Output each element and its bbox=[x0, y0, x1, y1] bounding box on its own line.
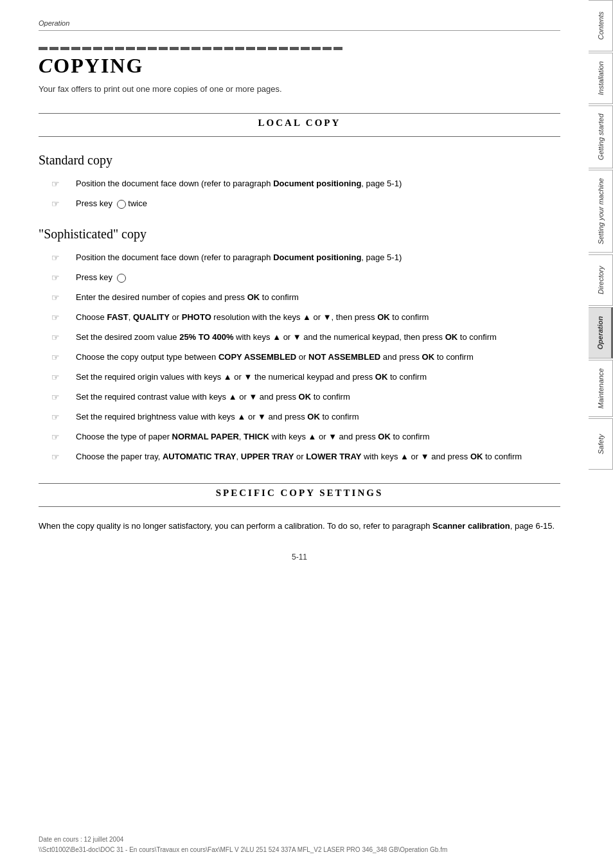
list-item: Set the required origin values with keys… bbox=[51, 371, 560, 384]
standard-copy-list: Position the document face down (refer t… bbox=[51, 177, 560, 211]
header-section: Operation bbox=[39, 0, 560, 31]
list-item: Set the required contrast value with key… bbox=[51, 391, 560, 404]
list-item: Position the document face down (refer t… bbox=[51, 251, 560, 265]
instruction-text: Set the required origin values with keys… bbox=[76, 371, 560, 384]
instruction-text: Press key twice bbox=[76, 197, 560, 210]
dash-block bbox=[49, 47, 58, 50]
bold-text: UPPER TRAY bbox=[241, 452, 294, 461]
subtitle-text: Your fax offers to print out one more co… bbox=[39, 84, 560, 94]
list-item: Press key twice bbox=[51, 197, 560, 211]
sidebar-tab-getting-started[interactable]: Getting started bbox=[589, 105, 613, 168]
instruction-text: Choose the type of paper NORMAL PAPER, T… bbox=[76, 430, 560, 443]
ref-icon bbox=[51, 430, 71, 444]
dashed-decoration bbox=[39, 44, 560, 50]
sidebar-tab-label: Maintenance bbox=[597, 368, 605, 409]
copy-icon bbox=[117, 274, 126, 283]
bold-text: OK bbox=[247, 292, 260, 302]
ref-icon bbox=[51, 197, 71, 211]
sidebar-tab-label: Getting started bbox=[597, 114, 605, 160]
sidebar-tab-label: Contents bbox=[597, 12, 605, 40]
section-header-bottom-line bbox=[39, 506, 560, 507]
bold-text: OK bbox=[445, 332, 458, 342]
bold-text: 25% TO 400% bbox=[179, 332, 233, 342]
section-header-bottom-line bbox=[39, 136, 560, 137]
footer: Date en cours : 12 juillet 2004 \\Sct010… bbox=[39, 835, 447, 855]
sidebar-tab-label: Operation bbox=[596, 316, 604, 350]
dash-block bbox=[312, 47, 321, 50]
dash-block bbox=[93, 47, 102, 50]
sidebar-tab-maintenance[interactable]: Maintenance bbox=[589, 360, 613, 417]
sidebar-tab-label: Safety bbox=[597, 434, 605, 454]
sidebar-tab-directory[interactable]: Directory bbox=[589, 254, 613, 306]
dash-block bbox=[181, 47, 190, 50]
instruction-text: Choose the copy output type between COPY… bbox=[76, 351, 560, 364]
ref-icon bbox=[51, 391, 71, 404]
ref-icon bbox=[51, 291, 71, 305]
bold-text: THICK bbox=[244, 432, 269, 441]
footer-line2: \\Sct01002\Be31-doc\DOC 31 - En cours\Tr… bbox=[39, 845, 447, 855]
bold-text: OK bbox=[375, 372, 388, 382]
sidebar-tab-installation[interactable]: Installation bbox=[589, 53, 613, 104]
dash-block bbox=[148, 47, 157, 50]
sidebar-tab-operation[interactable]: Operation bbox=[589, 307, 613, 359]
ref-icon bbox=[51, 371, 71, 384]
dash-block bbox=[279, 47, 288, 50]
local-copy-title-text: Local Copy bbox=[258, 118, 341, 128]
dash-block bbox=[126, 47, 135, 50]
instruction-text: Press key bbox=[76, 271, 560, 284]
ref-icon bbox=[51, 251, 71, 265]
list-item: Set the desired zoom value 25% TO 400% w… bbox=[51, 331, 560, 344]
specific-copy-title: Specific Copy Settings bbox=[216, 488, 384, 499]
instruction-text: Position the document face down (refer t… bbox=[76, 177, 560, 190]
instruction-text: Choose the paper tray, AUTOMATIC TRAY, U… bbox=[76, 450, 560, 463]
footer-line1: Date en cours : 12 juillet 2004 bbox=[39, 835, 447, 845]
dash-block bbox=[301, 47, 310, 50]
bold-text: Document positioning bbox=[273, 179, 361, 188]
specific-copy-settings-section: Specific Copy Settings When the copy qua… bbox=[39, 483, 560, 533]
sidebar-tab-contents[interactable]: Contents bbox=[589, 0, 613, 51]
sophisticated-copy-list: Position the document face down (refer t… bbox=[51, 251, 560, 464]
ref-icon bbox=[51, 351, 71, 364]
bold-text: OK bbox=[378, 432, 391, 441]
instruction-text: Set the required brightness value with k… bbox=[76, 411, 560, 423]
dash-block bbox=[82, 47, 91, 50]
section-header-top-line bbox=[39, 113, 560, 114]
sidebar-tab-setting-machine[interactable]: Setting your machine bbox=[589, 170, 613, 252]
ref-icon bbox=[51, 311, 71, 324]
dash-block bbox=[39, 47, 48, 50]
dash-block bbox=[224, 47, 233, 50]
dash-block bbox=[333, 47, 342, 50]
instruction-text: Set the desired zoom value 25% TO 400% w… bbox=[76, 331, 560, 344]
specific-copy-header: Specific Copy Settings bbox=[39, 483, 560, 507]
bold-text: NORMAL PAPER bbox=[172, 432, 239, 441]
bold-text: PHOTO bbox=[182, 312, 211, 322]
title-first-letter: C bbox=[39, 54, 53, 77]
list-item: Press key bbox=[51, 271, 560, 285]
ref-icon bbox=[51, 450, 71, 464]
dash-block bbox=[202, 47, 211, 50]
local-copy-title: Local Copy bbox=[258, 118, 341, 128]
bold-text: OK bbox=[377, 312, 390, 322]
bold-text: OK bbox=[470, 452, 483, 461]
page-title: COPYING bbox=[39, 54, 560, 78]
bold-text: FAST bbox=[107, 312, 128, 322]
section-label: Operation bbox=[39, 19, 560, 27]
dash-block bbox=[213, 47, 222, 50]
dash-block bbox=[246, 47, 255, 50]
title-rest: OPYING bbox=[53, 54, 143, 77]
instruction-text: Enter the desired number of copies and p… bbox=[76, 291, 560, 304]
sidebar-tab-label: Setting your machine bbox=[597, 178, 605, 244]
header-divider bbox=[39, 30, 560, 31]
local-copy-header: Local Copy bbox=[39, 113, 560, 137]
standard-copy-heading: Standard copy bbox=[39, 153, 560, 168]
sidebar: Contents Installation Getting started Se… bbox=[586, 0, 613, 868]
dash-block bbox=[137, 47, 146, 50]
ref-icon bbox=[51, 271, 71, 285]
instruction-text: Set the required contrast value with key… bbox=[76, 391, 560, 403]
list-item: Choose FAST, QUALITY or PHOTO resolution… bbox=[51, 311, 560, 324]
sidebar-tab-safety[interactable]: Safety bbox=[589, 418, 613, 470]
dash-block bbox=[290, 47, 299, 50]
dash-block bbox=[170, 47, 179, 50]
dash-block bbox=[257, 47, 266, 50]
list-item: Choose the type of paper NORMAL PAPER, T… bbox=[51, 430, 560, 444]
